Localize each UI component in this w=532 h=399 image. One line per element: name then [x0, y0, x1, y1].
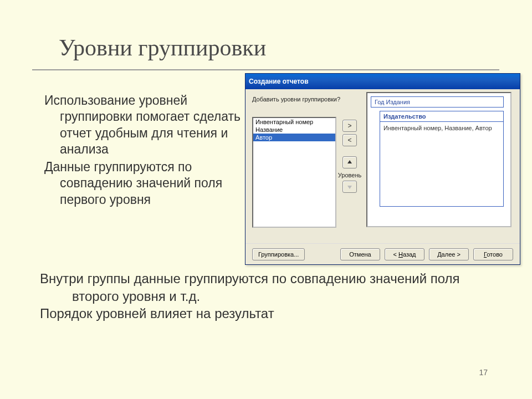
- body-text-left: Использование уровней группировки помога…: [44, 93, 245, 209]
- preview-level2-header: Издательство: [380, 111, 503, 122]
- body-text-bottom: Внутри группы данные группируются по сов…: [40, 270, 489, 323]
- list-item[interactable]: Инвентарный номер: [253, 118, 335, 126]
- back-button[interactable]: < Назад: [385, 248, 424, 260]
- move-buttons: > < Уровень: [341, 120, 358, 193]
- dialog-body: Добавить уровни группировки? Инвентарный…: [245, 89, 520, 244]
- preview-level1: Год Издания: [371, 96, 504, 108]
- wizard-dialog: Создание отчетов Добавить уровни группир…: [245, 73, 520, 265]
- dialog-button-row: Группировка... Отмена < Назад Далее > Го…: [245, 243, 520, 264]
- next-button[interactable]: Далее >: [429, 248, 469, 260]
- para-1: Использование уровней группировки помога…: [44, 93, 245, 158]
- finish-button[interactable]: Готово: [473, 248, 513, 260]
- slide-title: Уровни группировки: [59, 34, 266, 61]
- arrow-up-icon: [347, 160, 352, 165]
- preview-detail: Инвентарный номер, Название, Автор: [380, 122, 503, 206]
- add-button[interactable]: >: [342, 120, 357, 132]
- dialog-titlebar[interactable]: Создание отчетов: [245, 74, 520, 89]
- para-3: Внутри группы данные группируются по сов…: [40, 270, 489, 305]
- grouping-preview: Год Издания Издательство Инвентарный ном…: [366, 92, 511, 227]
- list-item[interactable]: Автор: [253, 134, 335, 141]
- para-2: Данные группируются по совпадению значен…: [44, 159, 245, 208]
- field-listbox[interactable]: Инвентарный номер Название Автор: [252, 117, 336, 228]
- arrow-down-icon: [347, 184, 352, 190]
- page-number: 17: [479, 368, 488, 377]
- dialog-title: Создание отчетов: [249, 78, 309, 85]
- para-4: Порядок уровней влияет на результат: [40, 305, 489, 323]
- grouping-button[interactable]: Группировка...: [252, 248, 305, 260]
- preview-level2: Издательство Инвентарный номер, Название…: [380, 111, 504, 207]
- title-divider: [32, 69, 499, 70]
- remove-button[interactable]: <: [342, 134, 357, 146]
- level-up-button[interactable]: [342, 156, 357, 168]
- level-down-button[interactable]: [342, 181, 357, 193]
- level-label: Уровень: [338, 172, 361, 178]
- cancel-button[interactable]: Отмена: [340, 248, 380, 260]
- list-item[interactable]: Название: [253, 126, 335, 134]
